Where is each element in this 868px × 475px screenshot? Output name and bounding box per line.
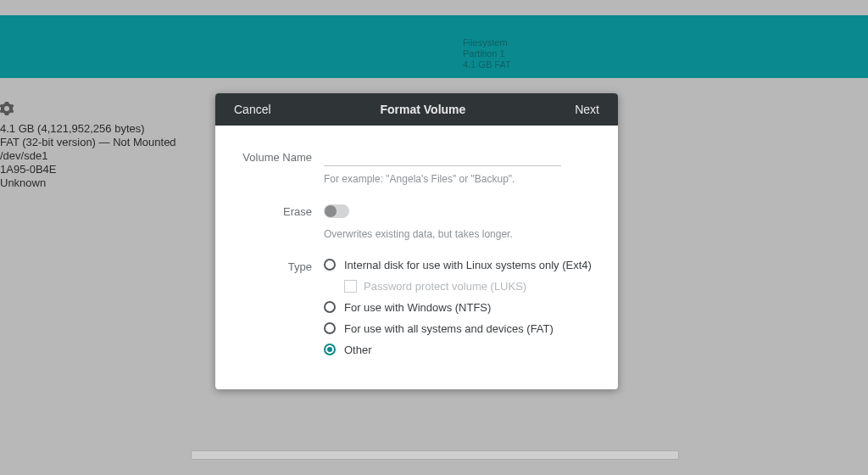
next-button[interactable]: Next bbox=[570, 99, 604, 120]
luks-checkbox-row: Password protect volume (LUKS) bbox=[344, 280, 596, 293]
volume-properties: 4.1 GB (4,121,952,256 bytes) FAT (32-bit… bbox=[0, 122, 195, 190]
bottom-panel-placeholder bbox=[191, 450, 679, 460]
gear-icon[interactable] bbox=[0, 102, 14, 118]
type-radio-ext4[interactable]: Internal disk for use with Linux systems… bbox=[324, 259, 596, 271]
radio-icon bbox=[324, 322, 336, 334]
prop-partition-type: Unknown bbox=[0, 176, 195, 190]
prop-size: 4.1 GB (4,121,952,256 bytes) bbox=[0, 122, 195, 136]
type-label: Type bbox=[237, 259, 324, 273]
prop-uuid: 1A95-0B4E bbox=[0, 163, 195, 176]
dialog-header: Cancel Format Volume Next bbox=[215, 93, 618, 126]
radio-label-fat: For use with all systems and devices (FA… bbox=[344, 322, 554, 335]
luks-label: Password protect volume (LUKS) bbox=[364, 280, 526, 293]
volume-name-hint: For example: "Angela's Files" or "Backup… bbox=[324, 173, 596, 185]
partition-banner-text: Filesystem Partition 1 4.1 GB FAT bbox=[463, 37, 511, 70]
partition-banner bbox=[0, 15, 868, 78]
erase-hint: Overwrites existing data, but takes long… bbox=[324, 228, 596, 240]
banner-partition: Partition 1 bbox=[463, 48, 511, 59]
radio-label-ntfs: For use with Windows (NTFS) bbox=[344, 301, 491, 314]
type-radio-ntfs[interactable]: For use with Windows (NTFS) bbox=[324, 301, 596, 314]
prop-device: /dev/sde1 bbox=[0, 149, 195, 163]
type-radio-other[interactable]: Other bbox=[324, 344, 596, 356]
volume-name-input[interactable] bbox=[324, 149, 561, 166]
cancel-button[interactable]: Cancel bbox=[229, 99, 276, 120]
luks-checkbox bbox=[344, 280, 357, 293]
radio-icon bbox=[324, 259, 336, 271]
prop-fs: FAT (32-bit version) — Not Mounted bbox=[0, 136, 195, 149]
banner-size: 4.1 GB FAT bbox=[463, 59, 511, 70]
erase-label: Erase bbox=[237, 204, 324, 218]
radio-label-other: Other bbox=[344, 344, 372, 356]
banner-fs: Filesystem bbox=[463, 37, 511, 48]
dialog-title: Format Volume bbox=[380, 103, 465, 116]
format-volume-dialog: Cancel Format Volume Next Volume Name Fo… bbox=[215, 93, 618, 389]
erase-toggle[interactable] bbox=[324, 204, 349, 218]
radio-icon bbox=[324, 301, 336, 313]
volume-name-label: Volume Name bbox=[237, 149, 324, 164]
radio-icon bbox=[324, 344, 336, 355]
type-radio-fat[interactable]: For use with all systems and devices (FA… bbox=[324, 322, 596, 335]
radio-label-ext4: Internal disk for use with Linux systems… bbox=[344, 259, 592, 271]
